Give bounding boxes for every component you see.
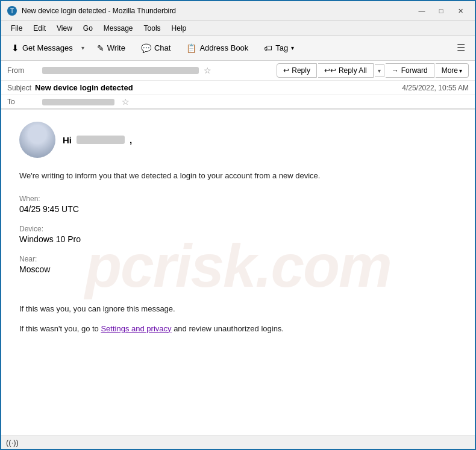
subject-text: New device login detected [35,83,133,92]
tag-button[interactable]: 🏷 Tag ▾ [257,40,301,57]
when-label: When: [19,195,457,203]
more-label: More [442,66,458,75]
tag-icon: 🏷 [264,43,272,53]
menu-view[interactable]: View [52,23,77,34]
chat-label: Chat [154,43,171,52]
get-messages-dropdown[interactable]: ▾ [78,41,88,55]
window-title: New device login detected - Mozilla Thun… [22,7,176,15]
to-row: To ☆ [1,95,475,108]
menu-help[interactable]: Help [167,23,192,34]
reply-label: Reply [292,66,310,75]
menu-message[interactable]: Message [99,23,138,34]
footer-2-end: and review unauthorized logins. [172,324,284,333]
near-section: Near: Moscow [19,255,457,274]
title-bar: T New device login detected - Mozilla Th… [1,1,475,21]
subject-label: Subject [7,84,31,92]
near-label: Near: [19,255,457,263]
email-body-content: Hi , We're writing to inform you that we… [19,122,457,335]
write-label: Write [107,43,125,52]
from-address [42,67,199,74]
comma: , [130,135,132,145]
forward-button[interactable]: → Forward [386,63,434,78]
tag-dropdown-icon: ▾ [291,45,294,51]
from-row: From ☆ ↩ Reply ↩↩ Reply All ▾ → Forward [1,61,475,81]
close-button[interactable]: ✕ [452,5,469,17]
more-dropdown-icon: ▾ [459,67,462,74]
reply-icon: ↩ [283,66,289,75]
app-icon: T [7,6,17,16]
menu-bar: File Edit View Go Message Tools Help [1,21,475,36]
from-label: From [7,66,37,75]
hi-text: Hi [63,135,72,145]
when-value: 04/25 9:45 UTC [19,204,457,214]
to-address [42,99,114,105]
footer-2: If this wasn't you, go to Settings and p… [19,323,457,336]
chat-button[interactable]: 💬 Chat [134,40,177,57]
maximize-button[interactable]: □ [433,5,449,17]
write-icon: ✎ [97,43,104,53]
get-messages-group: ⬇ Get Messages ▾ [6,39,88,57]
device-value: Windows 10 Pro [19,234,457,244]
avatar [19,122,55,158]
email-header: From ☆ ↩ Reply ↩↩ Reply All ▾ → Forward [1,61,475,109]
window-controls: — □ ✕ [413,5,469,17]
menu-file[interactable]: File [6,23,27,34]
email-body-container: pcrisk.com Hi , We're writing to inform … [1,109,475,436]
address-book-label: Address Book [199,43,248,52]
menu-tools[interactable]: Tools [139,23,166,34]
reply-all-label: Reply All [339,66,367,75]
minimize-button[interactable]: — [413,5,430,17]
get-messages-button[interactable]: ⬇ Get Messages [6,39,78,57]
reply-all-button[interactable]: ↩↩ Reply All [318,63,374,78]
to-label: To [7,98,37,106]
address-book-button[interactable]: 📋 Address Book [180,40,255,57]
forward-label: Forward [401,66,428,75]
hamburger-menu[interactable]: ☰ [452,39,470,57]
recipient-name [77,136,125,144]
reply-button[interactable]: ↩ Reply [277,63,317,78]
footer-1: If this was you, you can ignore this mes… [19,303,457,316]
chat-icon: 💬 [141,43,151,53]
address-book-icon: 📋 [186,43,196,53]
tag-label: Tag [275,43,288,52]
menu-edit[interactable]: Edit [28,23,51,34]
reply-all-icon: ↩↩ [324,66,336,75]
device-section: Device: Windows 10 Pro [19,225,457,244]
subject-row: Subject New device login detected 4/25/2… [1,81,475,95]
email-date: 4/25/2022, 10:55 AM [402,84,469,92]
menu-go[interactable]: Go [78,23,98,34]
star-icon[interactable]: ☆ [204,66,211,75]
to-star-icon[interactable]: ☆ [122,97,130,107]
wifi-icon: ((·)) [6,438,19,447]
when-section: When: 04/25 9:45 UTC [19,195,457,214]
email-actions: ↩ Reply ↩↩ Reply All ▾ → Forward More ▾ [277,63,469,78]
status-bar: ((·)) [1,436,475,449]
toolbar: ⬇ Get Messages ▾ ✎ Write 💬 Chat 📋 Addres… [1,36,475,61]
write-button[interactable]: ✎ Write [90,40,132,57]
get-messages-label: Get Messages [22,43,73,52]
forward-icon: → [392,66,399,75]
more-button[interactable]: More ▾ [436,63,469,78]
get-messages-icon: ⬇ [11,43,19,54]
intro-paragraph: We're writing to inform you that we dete… [19,170,457,183]
reply-all-dropdown[interactable]: ▾ [375,64,384,77]
greeting-text: Hi , [63,135,132,145]
greeting-row: Hi , [19,122,457,158]
device-label: Device: [19,225,457,233]
email-body-scroll[interactable]: pcrisk.com Hi , We're writing to inform … [1,110,475,436]
settings-privacy-link[interactable]: Settings and privacy [101,324,171,333]
near-value: Moscow [19,264,457,274]
footer-2-start: If this wasn't you, go to [19,324,101,333]
